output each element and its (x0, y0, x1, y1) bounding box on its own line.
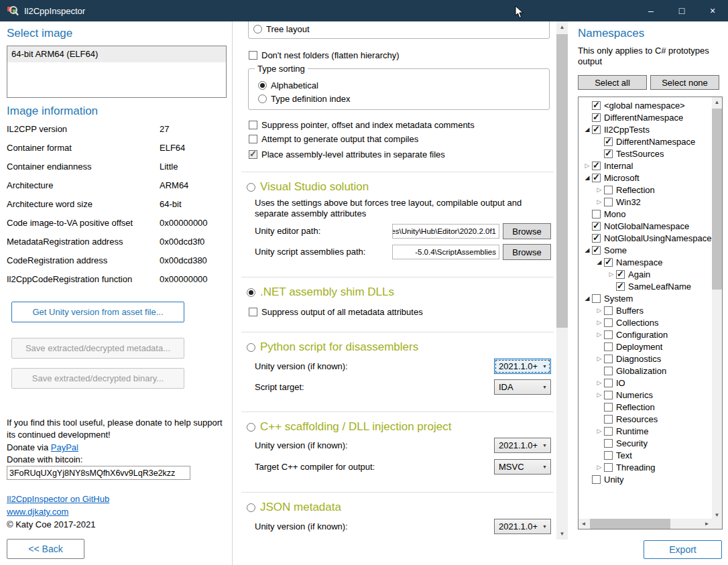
namespace-checkbox[interactable] (604, 342, 613, 351)
namespace-checkbox[interactable] (604, 186, 613, 194)
expand-arrow-icon[interactable]: ▷ (595, 198, 604, 205)
website-link[interactable]: www.djkaty.com (7, 507, 68, 517)
tree-item[interactable]: ▷Win32 (579, 196, 712, 208)
scroll-left-icon[interactable]: ◄ (579, 519, 589, 529)
scroll-up-icon[interactable]: ▲ (556, 21, 568, 33)
namespace-checkbox[interactable] (604, 451, 613, 460)
tree-item[interactable]: ▷Configuration (579, 328, 712, 340)
tree-item[interactable]: TestSources (579, 147, 712, 160)
browse-editor-path-button[interactable]: Browse (503, 223, 551, 239)
export-button[interactable]: Export (644, 540, 722, 559)
tree-item[interactable]: ▷Numerics (579, 389, 712, 401)
namespace-checkbox[interactable] (592, 174, 601, 182)
tree-item[interactable]: ▷Collections (579, 316, 712, 328)
type-def-index-radio[interactable] (258, 95, 267, 103)
collapse-arrow-icon[interactable]: ◢ (595, 259, 604, 265)
tree-item[interactable]: ◢Namespace (579, 256, 712, 268)
python-unity-version-dropdown[interactable]: 2021.1.0+ ▼ (494, 359, 551, 374)
attempt-compile-checkbox[interactable] (249, 135, 257, 143)
tree-item[interactable]: SameLeafName (579, 280, 712, 292)
namespace-checkbox[interactable] (604, 379, 613, 387)
tree-item[interactable]: Globalization (579, 365, 712, 377)
cpp-radio[interactable] (247, 423, 255, 432)
namespace-checkbox[interactable] (604, 198, 613, 206)
tree-item[interactable]: Deployment (579, 340, 712, 353)
scroll-right-icon[interactable]: ► (702, 519, 712, 529)
scroll-up-icon[interactable]: ▲ (712, 97, 722, 107)
tree-item[interactable]: DifferentNamespace (579, 135, 712, 147)
expand-arrow-icon[interactable]: ▷ (583, 162, 592, 169)
collapse-arrow-icon[interactable]: ◢ (583, 126, 592, 133)
namespace-checkbox[interactable] (592, 125, 601, 134)
tree-item[interactable]: NotGlobalUsingNamespace (579, 232, 712, 244)
expand-arrow-icon[interactable]: ▷ (595, 464, 604, 470)
unity-assemblies-path-input[interactable]: -5.0.4\ScriptAssemblies (392, 245, 499, 259)
maximize-icon[interactable]: □ (666, 0, 697, 21)
namespace-checkbox[interactable] (592, 101, 601, 110)
namespace-checkbox[interactable] (604, 463, 613, 472)
namespace-checkbox[interactable] (616, 270, 625, 279)
tree-item[interactable]: ▷Diagnostics (579, 353, 712, 365)
tree-item[interactable]: ◢Some (579, 244, 712, 256)
paypal-link[interactable]: PayPal (51, 442, 78, 452)
tree-item[interactable]: Reflection (579, 401, 712, 413)
close-icon[interactable]: × (697, 0, 728, 21)
tree-item[interactable]: ◢System (579, 292, 712, 304)
bitcoin-address-input[interactable] (7, 466, 190, 480)
tree-item[interactable]: ◢Il2CppTests (579, 123, 712, 135)
namespace-checkbox[interactable] (604, 318, 613, 327)
tree-item[interactable]: <global namespace> (579, 99, 712, 111)
tree-item[interactable]: Mono (579, 208, 712, 220)
tree-item[interactable]: Resources (579, 413, 712, 425)
get-unity-version-button[interactable]: Get Unity version from asset file... (11, 302, 184, 322)
tree-item[interactable]: ▷Reflection (579, 184, 712, 196)
tree-layout-radio[interactable] (253, 25, 262, 34)
flatten-checkbox[interactable] (249, 51, 257, 60)
json-radio[interactable] (247, 503, 255, 512)
shim-dlls-radio[interactable] (247, 288, 255, 297)
select-all-button[interactable]: Select all (578, 75, 647, 90)
script-target-dropdown[interactable]: IDA ▼ (494, 379, 551, 395)
image-list[interactable]: 64-bit ARM64 (ELF64) (7, 46, 227, 98)
tree-item[interactable]: Text (579, 449, 712, 461)
cpp-unity-version-dropdown[interactable]: 2021.1.0+ ▼ (494, 438, 551, 453)
python-radio[interactable] (247, 343, 255, 352)
tree-item[interactable]: Unity (579, 473, 712, 485)
namespace-checkbox[interactable] (604, 258, 613, 267)
scrollbar-thumb[interactable] (590, 519, 670, 529)
namespace-checkbox[interactable] (604, 149, 613, 158)
unity-editor-path-input[interactable]: Files\Unity\Hub\Editor\2020.2.0f1 (392, 224, 499, 239)
expand-arrow-icon[interactable]: ▷ (595, 331, 604, 338)
expand-arrow-icon[interactable]: ▷ (595, 355, 604, 362)
tree-item[interactable]: ▷Buffers (579, 304, 712, 316)
namespace-checkbox[interactable] (592, 294, 601, 303)
image-list-item[interactable]: 64-bit ARM64 (ELF64) (7, 46, 226, 62)
namespace-checkbox[interactable] (592, 475, 601, 484)
expand-arrow-icon[interactable]: ▷ (595, 391, 604, 398)
namespace-checkbox[interactable] (604, 137, 613, 146)
tree-item[interactable]: DifferentNamespace (579, 111, 712, 123)
namespace-checkbox[interactable] (592, 246, 601, 255)
namespace-checkbox[interactable] (604, 415, 613, 424)
select-none-button[interactable]: Select none (650, 75, 719, 90)
expand-arrow-icon[interactable]: ▷ (595, 379, 604, 386)
tree-item[interactable]: NotGlobalNamespace (579, 220, 712, 232)
cpp-compiler-dropdown[interactable]: MSVC ▼ (494, 459, 551, 475)
namespace-checkbox[interactable] (592, 222, 601, 231)
alphabetical-radio[interactable] (258, 81, 267, 90)
expand-arrow-icon[interactable]: ▷ (595, 319, 604, 326)
scroll-down-icon[interactable]: ▼ (556, 528, 568, 540)
collapse-arrow-icon[interactable]: ◢ (583, 247, 592, 253)
expand-arrow-icon[interactable]: ▷ (595, 428, 604, 434)
tree-vertical-scrollbar[interactable]: ▲ ▼ (712, 97, 722, 520)
suppress-metadata-checkbox[interactable] (249, 308, 257, 316)
visual-studio-radio[interactable] (247, 183, 255, 192)
namespace-checkbox[interactable] (604, 306, 613, 315)
expand-arrow-icon[interactable]: ▷ (607, 271, 616, 277)
tree-item[interactable]: ▷IO (579, 377, 712, 389)
namespace-checkbox[interactable] (604, 330, 613, 339)
back-button[interactable]: << Back (7, 539, 84, 559)
namespace-checkbox[interactable] (592, 234, 601, 243)
suppress-comments-checkbox[interactable] (249, 121, 257, 129)
namespace-checkbox[interactable] (592, 210, 601, 218)
